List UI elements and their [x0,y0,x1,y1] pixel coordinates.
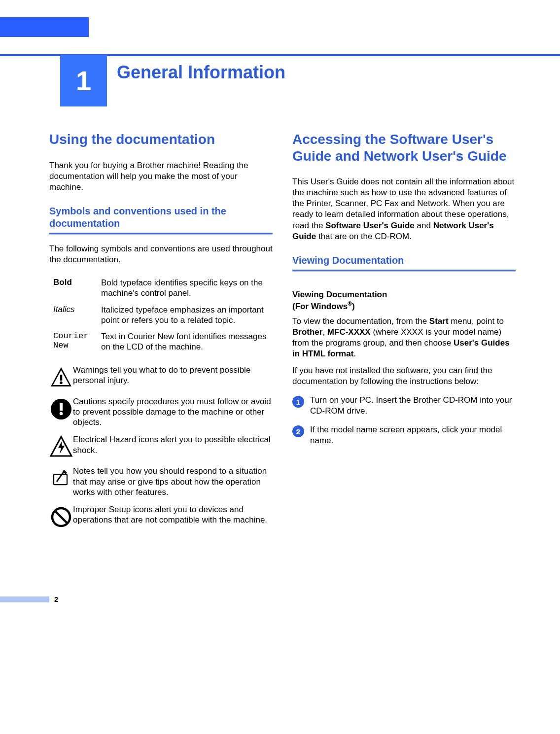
subsection-underline [49,233,273,235]
footer: 2 [0,595,560,617]
icon-desc: Cautions specify procedures you must fol… [73,396,273,428]
top-accent-block [0,17,89,37]
improper-setup-icon [49,504,73,529]
section-heading-accessing: Accessing the Software User's Guide and … [292,131,516,164]
chapter-header: 1 General Information [0,55,560,106]
svg-line-10 [57,471,64,482]
step-number-badge: 2 [292,425,304,437]
table-row: Improper Setup icons alert you to device… [49,504,273,529]
accessing-intro: This User's Guide does not contain all t… [292,176,516,242]
registered-symbol: ® [348,300,352,307]
text-fragment: and [415,221,433,230]
text-bold: Software User's Guide [325,221,415,230]
svg-point-6 [60,412,63,415]
text-fragment: ) [352,302,355,311]
right-column: Accessing the Software User's Guide and … [292,131,516,536]
table-row: Cautions specify procedures you must fol… [49,396,273,428]
electrical-hazard-icon [49,434,73,459]
step-text: If the model name screen appears, click … [310,424,516,446]
svg-rect-5 [60,403,63,411]
svg-line-13 [55,511,67,523]
note-icon [49,466,73,490]
conv-desc: Bold typeface identifies specific keys o… [101,278,273,299]
table-row: Bold Bold typeface identifies specific k… [49,278,273,299]
conv-desc: Italicized typeface emphasizes an import… [101,305,273,326]
table-row: Courier New Text in Courier New font ide… [49,331,273,352]
chapter-number-box: 1 [60,55,107,106]
text-bold: MFC-XXXX [327,327,371,337]
step-item: 1 Turn on your PC. Insert the Brother CD… [292,395,516,417]
icon-desc: Warnings tell you what to do to prevent … [73,365,273,386]
not-installed-paragraph: If you have not installed the software, … [292,365,516,387]
text-fragment: To view the documentation, from the [292,316,429,326]
content-area: Using the documentation Thank you for bu… [0,106,560,556]
subsection-viewing-doc-title: Viewing Documentation [292,254,516,267]
view-doc-paragraph: To view the documentation, from the Star… [292,316,516,359]
text-fragment: , [322,327,327,337]
text-fragment: . [353,349,356,358]
footer-accent-block [0,596,49,602]
svg-point-3 [60,381,62,384]
icon-definitions-table: Warnings tell you what to do to prevent … [49,365,273,529]
step-item: 2 If the model name screen appears, clic… [292,424,516,446]
chapter-number: 1 [76,65,91,97]
viewing-doc-windows-title: Viewing Documentation (For Windows®) [292,289,516,312]
table-row: Electrical Hazard icons alert you to pos… [49,434,273,459]
intro-paragraph: Thank you for buying a Brother machine! … [49,160,273,193]
table-row: Italics Italicized typeface emphasizes a… [49,305,273,326]
text-bold: Brother [292,327,322,337]
conv-label-bold: Bold [49,278,101,299]
text-fragment: that are on the CD-ROM. [316,232,412,241]
svg-rect-2 [60,375,63,381]
text-bold: Start [429,316,449,326]
top-header-bar [0,0,560,20]
step-number-badge: 1 [292,396,304,408]
step-text: Turn on your PC. Insert the Brother CD-R… [310,395,516,417]
caution-icon [49,396,73,421]
conventions-table: Bold Bold typeface identifies specific k… [49,278,273,352]
subsection-symbols-title: Symbols and conventions used in the docu… [49,205,273,230]
table-row: Notes tell you how you should respond to… [49,466,273,497]
chapter-title: General Information [117,62,285,83]
conv-desc: Text in Courier New font identifies mess… [101,331,273,352]
page-number: 2 [54,595,58,603]
icon-desc: Notes tell you how you should respond to… [73,466,273,497]
warning-icon [49,365,73,389]
conv-label-courier: Courier New [49,331,101,352]
text-fragment: Viewing Documentation [292,290,387,299]
subsection-underline [292,270,516,272]
left-column: Using the documentation Thank you for bu… [49,131,273,536]
conv-label-italics: Italics [49,305,101,326]
section-heading-using-doc: Using the documentation [49,131,273,148]
icon-desc: Improper Setup icons alert you to device… [73,504,273,525]
table-row: Warnings tell you what to do to prevent … [49,365,273,389]
text-fragment: menu, point to [449,316,504,326]
icon-desc: Electrical Hazard icons alert you to pos… [73,434,273,455]
text-fragment: (For Windows [292,302,348,311]
symbols-intro: The following symbols and conventions ar… [49,244,273,265]
